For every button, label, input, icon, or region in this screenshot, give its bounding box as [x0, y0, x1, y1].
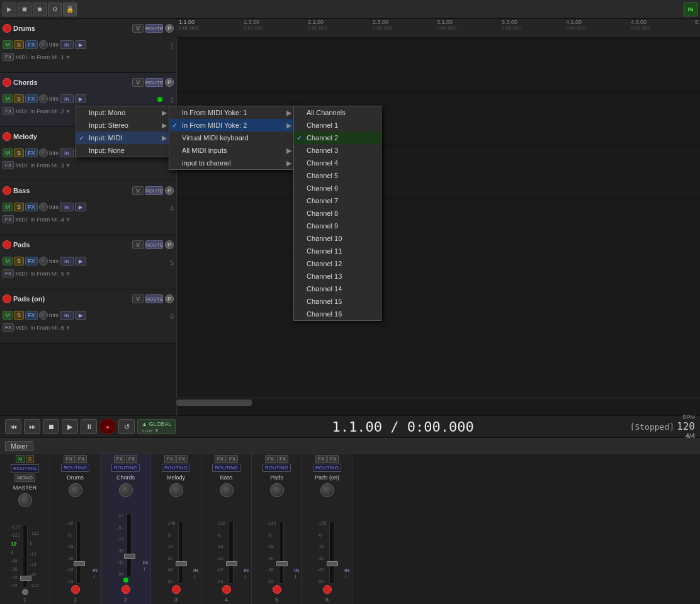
h-scrollbar[interactable] [176, 398, 700, 406]
menu-all-channels[interactable]: All Channels [294, 106, 381, 119]
chords-record-btn[interactable] [121, 585, 130, 594]
transport-record-btn[interactable]: ● [99, 419, 116, 434]
melody-record-btn[interactable] [172, 585, 181, 594]
track-p-pads-on[interactable]: P [165, 294, 174, 303]
track-out-bass[interactable]: ▶ [75, 203, 86, 211]
master-solo-btn[interactable]: S [26, 455, 34, 463]
menu-input-midi[interactable]: Input: MIDI ▶ [76, 131, 169, 144]
chords-routing-btn[interactable]: ROUTING [111, 464, 140, 472]
mixer-tab-label[interactable]: Mixer [5, 441, 33, 451]
track-record-pads-on[interactable] [3, 294, 11, 303]
melody-fx2-btn[interactable]: FX [176, 455, 188, 463]
menu-channel-2[interactable]: Channel 2 [294, 131, 381, 144]
toolbar-btn-3[interactable]: ⏺ [33, 3, 47, 16]
track-v-pads[interactable]: V [132, 240, 144, 249]
track-mute-chords[interactable]: M [3, 94, 13, 103]
menu-channel-13[interactable]: Channel 13 [294, 270, 381, 282]
track-midi-arrow-pads-on[interactable]: ▼ [65, 325, 71, 331]
track-v-bass[interactable]: V [132, 186, 144, 195]
chords-fx2-btn[interactable]: FX [126, 455, 137, 463]
track-solo-bass[interactable]: S [14, 203, 24, 211]
bass-fx-btn[interactable]: FX [215, 455, 226, 463]
pads-fx-btn[interactable]: FX [265, 455, 276, 463]
menu-channel-11[interactable]: Channel 11 [294, 245, 381, 257]
track-p-pads[interactable]: P [165, 240, 174, 249]
menu-channel-8[interactable]: Channel 8 [294, 207, 381, 220]
track-v-drums[interactable]: V [132, 24, 144, 33]
menu-channel-16[interactable]: Channel 16 [294, 308, 381, 320]
menu-channel-15[interactable]: Channel 15 [294, 295, 381, 308]
transport-pause-btn[interactable]: ⏸ [81, 419, 97, 434]
bass-record-btn[interactable] [222, 585, 231, 594]
track-midi-arrow-drums[interactable]: ▼ [65, 54, 71, 60]
track-v-pads-on[interactable]: V [132, 294, 144, 303]
menu-channel-9[interactable]: Channel 9 [294, 220, 381, 232]
track-knob-pads-on[interactable] [39, 311, 48, 320]
track-solo-chords[interactable]: S [14, 94, 24, 103]
track-mute-bass[interactable]: M [3, 203, 13, 211]
track-in-melody[interactable]: IN [60, 148, 74, 157]
bass-routing-btn[interactable]: ROUTING [212, 464, 240, 472]
track-fx-melody[interactable]: FX [25, 148, 38, 157]
master-pan-knob[interactable] [18, 493, 32, 507]
menu-channel-7[interactable]: Channel 7 [294, 194, 381, 207]
master-mono-btn[interactable]: MONO [14, 474, 35, 482]
track-solo-drums[interactable]: S [14, 40, 24, 49]
global-btn[interactable]: ▲ GLOBALnone ▼ [137, 419, 176, 434]
transport-skip-btn[interactable]: ⏭ [24, 419, 40, 434]
padson-record-btn[interactable] [323, 585, 332, 594]
menu-midi-yoke1[interactable]: In From MIDI Yoke: 1 ▶ [169, 106, 294, 119]
melody-routing-btn[interactable]: ROUTING [162, 464, 190, 472]
track-record-bass[interactable] [3, 186, 11, 195]
bass-pan-knob[interactable] [220, 483, 234, 497]
track-out-pads[interactable]: ▶ [75, 257, 86, 266]
track-p-bass[interactable]: P [165, 186, 174, 195]
pads-pan-knob[interactable] [270, 483, 284, 497]
menu-channel-5[interactable]: Channel 5 [294, 169, 381, 182]
chords-fx-btn[interactable]: FX [114, 455, 125, 463]
track-record-melody[interactable] [3, 132, 11, 141]
drums-fx2-btn[interactable]: FX [76, 455, 87, 463]
drums-fx-btn[interactable]: FX [64, 455, 75, 463]
track-midi-arrow-chords[interactable]: ▼ [65, 108, 71, 115]
transport-loop-btn[interactable]: ↺ [118, 419, 135, 434]
melody-fx-btn[interactable]: FX [164, 455, 176, 463]
drums-record-btn[interactable] [71, 585, 80, 594]
track-solo-melody[interactable]: S [14, 148, 24, 157]
track-mute-drums[interactable]: M [3, 40, 13, 49]
chords-fader-handle[interactable] [124, 554, 135, 559]
track-in-pads-on[interactable]: IN [60, 311, 74, 320]
track-fx-chords[interactable]: FX [25, 94, 38, 103]
track-solo-pads-on[interactable]: S [14, 311, 24, 320]
track-v-chords[interactable]: V [132, 78, 144, 87]
track-knob-drums[interactable] [39, 40, 48, 49]
chords-pan-knob[interactable] [119, 483, 133, 497]
toolbar-btn-1[interactable]: ▶ [3, 3, 16, 16]
menu-map-input[interactable]: input to channel ▶ [169, 157, 294, 169]
menu-channel-14[interactable]: Channel 14 [294, 282, 381, 295]
track-fx-pads-on[interactable]: FX [25, 311, 38, 320]
track-in-bass[interactable]: IN [60, 203, 74, 211]
padson-fader-handle[interactable] [327, 561, 338, 566]
padson-routing-btn[interactable]: ROUTING [313, 464, 341, 472]
track-mute-pads-on[interactable]: M [3, 311, 13, 320]
menu-all-midi[interactable]: All MIDI Inputs ▶ [169, 144, 294, 157]
track-record-drums[interactable] [3, 24, 11, 33]
drums-pan-knob[interactable] [69, 483, 82, 497]
menu-input-mono[interactable]: Input: Mono ▶ [76, 106, 169, 119]
track-p-drums[interactable]: P [165, 24, 174, 33]
master-mute-btn[interactable]: M [16, 455, 25, 463]
master-routing-btn[interactable]: ROUTING [11, 464, 39, 473]
track-route-pads-on[interactable]: ROUTE [145, 294, 163, 303]
track-route-pads[interactable]: ROUTE [145, 240, 163, 249]
track-in-chords[interactable]: IN [60, 94, 74, 103]
menu-channel-12[interactable]: Channel 12 [294, 257, 381, 270]
track-mute-melody[interactable]: M [3, 148, 13, 157]
drums-fader-handle[interactable] [74, 561, 85, 566]
bass-fx2-btn[interactable]: FX [227, 455, 238, 463]
menu-channel-6[interactable]: Channel 6 [294, 182, 381, 194]
toolbar-btn-4[interactable]: ⚙ [48, 3, 62, 16]
track-out-drums[interactable]: ▶ [75, 40, 86, 49]
track-knob-bass[interactable] [39, 203, 48, 211]
pads-fx2-btn[interactable]: FX [277, 455, 288, 463]
